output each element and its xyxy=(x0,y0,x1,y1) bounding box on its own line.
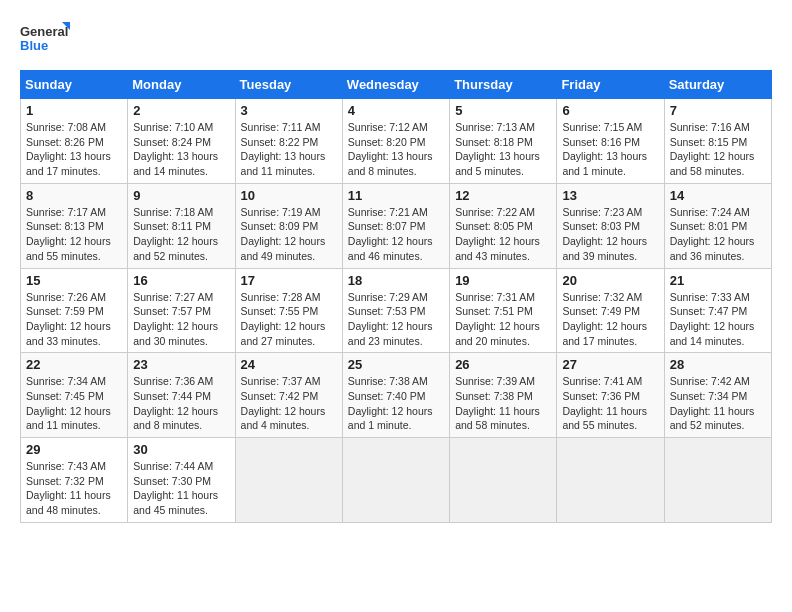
day-info: Sunrise: 7:33 AMSunset: 7:47 PMDaylight:… xyxy=(670,290,766,349)
calendar-cell: 22Sunrise: 7:34 AMSunset: 7:45 PMDayligh… xyxy=(21,353,128,438)
day-number: 30 xyxy=(133,442,229,457)
calendar-header-row: SundayMondayTuesdayWednesdayThursdayFrid… xyxy=(21,71,772,99)
calendar-cell: 28Sunrise: 7:42 AMSunset: 7:34 PMDayligh… xyxy=(664,353,771,438)
calendar-cell xyxy=(664,438,771,523)
day-number: 22 xyxy=(26,357,122,372)
day-info: Sunrise: 7:38 AMSunset: 7:40 PMDaylight:… xyxy=(348,374,444,433)
day-info: Sunrise: 7:39 AMSunset: 7:38 PMDaylight:… xyxy=(455,374,551,433)
calendar-cell xyxy=(557,438,664,523)
day-info: Sunrise: 7:31 AMSunset: 7:51 PMDaylight:… xyxy=(455,290,551,349)
day-number: 23 xyxy=(133,357,229,372)
calendar-week-row: 1Sunrise: 7:08 AMSunset: 8:26 PMDaylight… xyxy=(21,99,772,184)
calendar-cell: 16Sunrise: 7:27 AMSunset: 7:57 PMDayligh… xyxy=(128,268,235,353)
day-info: Sunrise: 7:32 AMSunset: 7:49 PMDaylight:… xyxy=(562,290,658,349)
calendar-cell: 2Sunrise: 7:10 AMSunset: 8:24 PMDaylight… xyxy=(128,99,235,184)
calendar-cell: 25Sunrise: 7:38 AMSunset: 7:40 PMDayligh… xyxy=(342,353,449,438)
day-number: 28 xyxy=(670,357,766,372)
calendar-cell: 1Sunrise: 7:08 AMSunset: 8:26 PMDaylight… xyxy=(21,99,128,184)
day-number: 21 xyxy=(670,273,766,288)
day-number: 13 xyxy=(562,188,658,203)
calendar-cell: 23Sunrise: 7:36 AMSunset: 7:44 PMDayligh… xyxy=(128,353,235,438)
calendar-cell: 4Sunrise: 7:12 AMSunset: 8:20 PMDaylight… xyxy=(342,99,449,184)
calendar-cell: 3Sunrise: 7:11 AMSunset: 8:22 PMDaylight… xyxy=(235,99,342,184)
calendar-cell: 15Sunrise: 7:26 AMSunset: 7:59 PMDayligh… xyxy=(21,268,128,353)
calendar-cell: 18Sunrise: 7:29 AMSunset: 7:53 PMDayligh… xyxy=(342,268,449,353)
calendar-cell xyxy=(342,438,449,523)
calendar-cell: 27Sunrise: 7:41 AMSunset: 7:36 PMDayligh… xyxy=(557,353,664,438)
svg-text:Blue: Blue xyxy=(20,38,48,53)
page-header: General Blue xyxy=(20,20,772,60)
day-number: 20 xyxy=(562,273,658,288)
day-info: Sunrise: 7:19 AMSunset: 8:09 PMDaylight:… xyxy=(241,205,337,264)
day-info: Sunrise: 7:37 AMSunset: 7:42 PMDaylight:… xyxy=(241,374,337,433)
day-info: Sunrise: 7:26 AMSunset: 7:59 PMDaylight:… xyxy=(26,290,122,349)
day-info: Sunrise: 7:13 AMSunset: 8:18 PMDaylight:… xyxy=(455,120,551,179)
calendar-cell: 24Sunrise: 7:37 AMSunset: 7:42 PMDayligh… xyxy=(235,353,342,438)
header-sunday: Sunday xyxy=(21,71,128,99)
day-number: 16 xyxy=(133,273,229,288)
day-number: 2 xyxy=(133,103,229,118)
header-thursday: Thursday xyxy=(450,71,557,99)
calendar-cell: 29Sunrise: 7:43 AMSunset: 7:32 PMDayligh… xyxy=(21,438,128,523)
day-info: Sunrise: 7:21 AMSunset: 8:07 PMDaylight:… xyxy=(348,205,444,264)
svg-text:General: General xyxy=(20,24,68,39)
day-info: Sunrise: 7:44 AMSunset: 7:30 PMDaylight:… xyxy=(133,459,229,518)
day-info: Sunrise: 7:22 AMSunset: 8:05 PMDaylight:… xyxy=(455,205,551,264)
day-number: 4 xyxy=(348,103,444,118)
calendar-table: SundayMondayTuesdayWednesdayThursdayFrid… xyxy=(20,70,772,523)
day-info: Sunrise: 7:36 AMSunset: 7:44 PMDaylight:… xyxy=(133,374,229,433)
calendar-week-row: 29Sunrise: 7:43 AMSunset: 7:32 PMDayligh… xyxy=(21,438,772,523)
day-info: Sunrise: 7:15 AMSunset: 8:16 PMDaylight:… xyxy=(562,120,658,179)
day-number: 7 xyxy=(670,103,766,118)
day-info: Sunrise: 7:24 AMSunset: 8:01 PMDaylight:… xyxy=(670,205,766,264)
day-number: 15 xyxy=(26,273,122,288)
day-info: Sunrise: 7:17 AMSunset: 8:13 PMDaylight:… xyxy=(26,205,122,264)
day-number: 9 xyxy=(133,188,229,203)
day-number: 14 xyxy=(670,188,766,203)
header-monday: Monday xyxy=(128,71,235,99)
day-number: 11 xyxy=(348,188,444,203)
day-number: 6 xyxy=(562,103,658,118)
calendar-cell: 19Sunrise: 7:31 AMSunset: 7:51 PMDayligh… xyxy=(450,268,557,353)
day-info: Sunrise: 7:08 AMSunset: 8:26 PMDaylight:… xyxy=(26,120,122,179)
header-tuesday: Tuesday xyxy=(235,71,342,99)
day-number: 12 xyxy=(455,188,551,203)
day-number: 5 xyxy=(455,103,551,118)
day-info: Sunrise: 7:28 AMSunset: 7:55 PMDaylight:… xyxy=(241,290,337,349)
calendar-week-row: 15Sunrise: 7:26 AMSunset: 7:59 PMDayligh… xyxy=(21,268,772,353)
calendar-week-row: 22Sunrise: 7:34 AMSunset: 7:45 PMDayligh… xyxy=(21,353,772,438)
day-info: Sunrise: 7:27 AMSunset: 7:57 PMDaylight:… xyxy=(133,290,229,349)
day-info: Sunrise: 7:29 AMSunset: 7:53 PMDaylight:… xyxy=(348,290,444,349)
day-info: Sunrise: 7:34 AMSunset: 7:45 PMDaylight:… xyxy=(26,374,122,433)
day-number: 1 xyxy=(26,103,122,118)
logo: General Blue xyxy=(20,20,70,60)
day-info: Sunrise: 7:43 AMSunset: 7:32 PMDaylight:… xyxy=(26,459,122,518)
day-number: 3 xyxy=(241,103,337,118)
day-number: 25 xyxy=(348,357,444,372)
day-info: Sunrise: 7:10 AMSunset: 8:24 PMDaylight:… xyxy=(133,120,229,179)
calendar-cell: 12Sunrise: 7:22 AMSunset: 8:05 PMDayligh… xyxy=(450,183,557,268)
day-info: Sunrise: 7:16 AMSunset: 8:15 PMDaylight:… xyxy=(670,120,766,179)
calendar-cell: 26Sunrise: 7:39 AMSunset: 7:38 PMDayligh… xyxy=(450,353,557,438)
day-number: 19 xyxy=(455,273,551,288)
calendar-cell: 30Sunrise: 7:44 AMSunset: 7:30 PMDayligh… xyxy=(128,438,235,523)
calendar-cell: 14Sunrise: 7:24 AMSunset: 8:01 PMDayligh… xyxy=(664,183,771,268)
calendar-cell: 6Sunrise: 7:15 AMSunset: 8:16 PMDaylight… xyxy=(557,99,664,184)
header-wednesday: Wednesday xyxy=(342,71,449,99)
day-number: 27 xyxy=(562,357,658,372)
day-number: 18 xyxy=(348,273,444,288)
calendar-week-row: 8Sunrise: 7:17 AMSunset: 8:13 PMDaylight… xyxy=(21,183,772,268)
day-info: Sunrise: 7:42 AMSunset: 7:34 PMDaylight:… xyxy=(670,374,766,433)
calendar-cell: 13Sunrise: 7:23 AMSunset: 8:03 PMDayligh… xyxy=(557,183,664,268)
calendar-cell: 11Sunrise: 7:21 AMSunset: 8:07 PMDayligh… xyxy=(342,183,449,268)
day-info: Sunrise: 7:12 AMSunset: 8:20 PMDaylight:… xyxy=(348,120,444,179)
day-number: 8 xyxy=(26,188,122,203)
calendar-cell: 10Sunrise: 7:19 AMSunset: 8:09 PMDayligh… xyxy=(235,183,342,268)
day-info: Sunrise: 7:41 AMSunset: 7:36 PMDaylight:… xyxy=(562,374,658,433)
day-number: 17 xyxy=(241,273,337,288)
calendar-cell: 7Sunrise: 7:16 AMSunset: 8:15 PMDaylight… xyxy=(664,99,771,184)
day-number: 26 xyxy=(455,357,551,372)
logo-icon: General Blue xyxy=(20,20,70,60)
header-saturday: Saturday xyxy=(664,71,771,99)
calendar-cell: 17Sunrise: 7:28 AMSunset: 7:55 PMDayligh… xyxy=(235,268,342,353)
